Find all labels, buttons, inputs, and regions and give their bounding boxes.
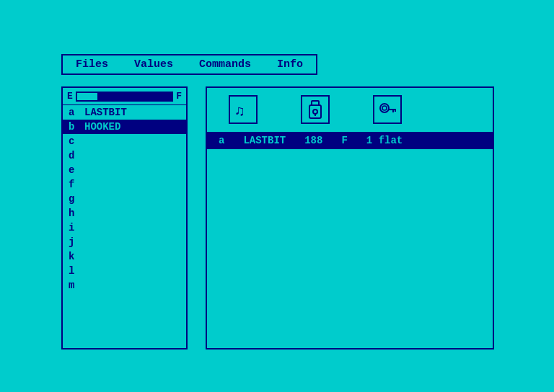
file-item-h[interactable]: h [63, 206, 186, 220]
data-name: LASTBIT [237, 135, 291, 146]
menu-item-info[interactable]: Info [264, 55, 316, 74]
file-letter-g: g [69, 193, 82, 205]
scroll-end-label: F [176, 91, 182, 102]
menu-item-files[interactable]: Files [63, 55, 121, 74]
icons-row: ♫ [207, 88, 493, 132]
file-letter-c: c [69, 135, 82, 147]
svg-text:♫: ♫ [234, 102, 245, 118]
file-item-b[interactable]: b HOOKED [63, 120, 186, 134]
menu-item-commands[interactable]: Commands [186, 55, 264, 74]
data-description: 1 flat [361, 135, 408, 146]
svg-point-6 [380, 104, 389, 112]
file-item-m[interactable]: m [63, 278, 186, 293]
file-name-hooked: HOOKED [84, 121, 120, 133]
right-panel: ♫ a LASTBIT 188 [206, 86, 494, 349]
file-letter-k: k [69, 251, 82, 262]
file-letter-h: h [69, 208, 82, 219]
music-notes-icon[interactable]: ♫ [229, 95, 258, 124]
file-letter-m: m [69, 280, 82, 291]
data-letter: a [213, 135, 230, 146]
scroll-start-label: E [67, 91, 73, 102]
file-letter-i: i [69, 222, 82, 233]
file-item-f[interactable]: f [63, 177, 186, 192]
file-letter-f: f [69, 179, 82, 190]
data-key: F [335, 135, 353, 146]
menu-item-values[interactable]: Values [121, 55, 186, 74]
file-letter-b: b [69, 121, 82, 133]
file-item-e[interactable]: e [63, 163, 186, 177]
data-row: a LASTBIT 188 F 1 flat [207, 132, 493, 149]
file-letter-d: d [69, 150, 82, 161]
file-letter-j: j [69, 236, 82, 248]
left-panel: E F a LASTBIT b HOOKED c d e f g h i [61, 86, 188, 349]
file-letter-a: a [69, 107, 82, 118]
svg-point-4 [313, 110, 317, 114]
file-item-i[interactable]: i [63, 220, 186, 235]
scroll-bar[interactable] [76, 92, 173, 102]
svg-rect-3 [309, 105, 321, 118]
file-item-g[interactable]: g [63, 192, 186, 206]
file-item-c[interactable]: c [63, 134, 186, 148]
key-icon[interactable] [373, 95, 402, 124]
scrollbar-row: E F [63, 88, 186, 105]
file-item-k[interactable]: k [63, 249, 186, 264]
file-letter-e: e [69, 164, 82, 176]
file-item-l[interactable]: l [63, 264, 186, 278]
file-item-a[interactable]: a LASTBIT [63, 105, 186, 120]
file-item-d[interactable]: d [63, 148, 186, 163]
file-letter-l: l [69, 265, 82, 277]
scroll-thumb[interactable] [76, 92, 98, 101]
svg-point-7 [382, 106, 387, 110]
menu-bar: Files Values Commands Info [61, 54, 317, 75]
file-name-lastbit: LASTBIT [84, 107, 127, 118]
data-number: 188 [299, 135, 328, 146]
bottle-lock-icon[interactable] [301, 95, 330, 124]
file-item-j[interactable]: j [63, 235, 186, 249]
